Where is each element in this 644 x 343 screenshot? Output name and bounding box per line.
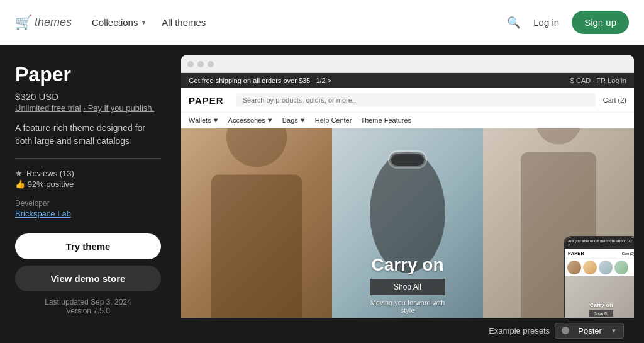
nav-logo-text: themes xyxy=(35,16,72,29)
update-info: Last updated Sep 3, 2024 Version 7.5.0 xyxy=(15,298,161,315)
hero-shop-all-button[interactable]: Shop All xyxy=(370,279,445,295)
reviews-count-line: ★ Reviews (13) xyxy=(15,169,161,178)
positive-percent: 👍 92% positive xyxy=(15,179,161,189)
menu-wallets[interactable]: Wallets ▼ xyxy=(189,116,219,124)
signup-button[interactable]: Sign up xyxy=(572,11,629,34)
view-demo-button[interactable]: View demo store xyxy=(15,266,161,291)
menu-accessories[interactable]: Accessories ▼ xyxy=(228,116,274,124)
login-button[interactable]: Log in xyxy=(533,17,559,28)
mobile-hero-button[interactable]: Shop All xyxy=(589,310,613,317)
browser-chrome xyxy=(181,55,634,73)
search-icon[interactable]: 🔍 xyxy=(507,16,521,30)
hero-image-col-1 xyxy=(181,128,332,318)
bags-chevron-icon: ▼ xyxy=(299,116,306,124)
presets-dropdown[interactable]: Poster ▼ xyxy=(555,323,624,339)
hero-img-1 xyxy=(181,128,332,318)
preset-color-dot xyxy=(562,327,569,334)
presets-label: Example presets xyxy=(489,326,550,335)
store-preview: Get free shipping on all orders over $35… xyxy=(181,73,634,318)
browser-dot-red xyxy=(187,61,194,67)
main-content: Paper $320 USD Unlimited free trial · Pa… xyxy=(0,45,644,343)
mobile-announcement: Are you able to tell me more about 1/2 > xyxy=(565,237,634,249)
store-announcement-bar: Get free shipping on all orders over $35… xyxy=(181,73,634,88)
store-search-input[interactable] xyxy=(236,93,596,107)
theme-description: A feature-rich theme designed for both l… xyxy=(15,121,161,159)
nav-collections[interactable]: Collections ▼ xyxy=(92,17,147,28)
mobile-cart: Cart (2) xyxy=(622,252,634,256)
free-trial-text: Unlimited free trial · Pay if you publis… xyxy=(15,103,161,113)
store-cart[interactable]: Cart (2) xyxy=(603,96,626,104)
menu-theme-features[interactable]: Theme Features xyxy=(360,116,411,124)
hero-subtitle: Moving you forward with style xyxy=(370,299,445,314)
store-hero: Carry on Shop All Moving you forward wit… xyxy=(181,128,634,318)
sidebar: Paper $320 USD Unlimited free trial · Pa… xyxy=(0,45,176,343)
announcement-right: $ CAD · FR Log in xyxy=(570,77,626,84)
mobile-cat-3 xyxy=(599,261,613,274)
menu-bags[interactable]: Bags ▼ xyxy=(282,116,306,124)
wallets-chevron-icon: ▼ xyxy=(213,116,219,124)
browser-dot-green xyxy=(208,61,214,67)
nav-all-themes[interactable]: All themes xyxy=(162,17,206,28)
version: Version 7.5.0 xyxy=(15,306,161,315)
menu-help-center[interactable]: Help Center xyxy=(315,116,352,124)
mobile-hero-title: Carry on xyxy=(589,302,613,308)
mobile-cat-2 xyxy=(583,261,597,274)
mobile-cat-1 xyxy=(567,261,581,274)
browser-dot-yellow xyxy=(197,61,204,67)
browser-frame: Get free shipping on all orders over $35… xyxy=(181,55,634,318)
preview-area: Get free shipping on all orders over $35… xyxy=(176,45,644,343)
mobile-hero: Carry on Shop All Moving you forward wit… xyxy=(565,276,634,318)
selected-preset: Poster xyxy=(578,326,602,335)
theme-price: $320 USD xyxy=(15,91,161,102)
shipping-link[interactable]: shipping xyxy=(216,77,242,84)
preset-chevron-icon: ▼ xyxy=(611,327,617,334)
preview-bottom-bar: Example presets Poster ▼ xyxy=(181,318,634,343)
hero-overlay: Carry on Shop All Moving you forward wit… xyxy=(370,255,445,314)
svg-rect-4 xyxy=(536,128,581,145)
accessories-chevron-icon: ▼ xyxy=(267,116,274,124)
mobile-categories xyxy=(565,259,634,276)
hero-person-svg-1 xyxy=(181,128,332,318)
mobile-cat-4 xyxy=(614,261,628,274)
reviews-section: ★ Reviews (13) 👍 92% positive xyxy=(15,169,161,196)
store-logo: PAPER xyxy=(189,95,224,106)
nav-actions: 🔍 Log in Sign up xyxy=(507,11,629,34)
developer-link[interactable]: Brickspace Lab xyxy=(15,209,161,218)
mobile-preview: Are you able to tell me more about 1/2 >… xyxy=(564,236,634,318)
top-nav: 🛒 themes Collections ▼ All themes 🔍 Log … xyxy=(0,0,644,45)
store-top-nav: PAPER Cart (2) xyxy=(181,88,634,113)
mobile-nav-row: PAPER Cart (2) xyxy=(565,249,634,259)
star-icon: ★ xyxy=(15,169,23,178)
collections-chevron-icon: ▼ xyxy=(140,19,147,26)
svg-rect-0 xyxy=(226,128,287,167)
mobile-inner: Are you able to tell me more about 1/2 >… xyxy=(565,237,634,318)
svg-rect-1 xyxy=(211,175,302,318)
shopify-bag-icon: 🛒 xyxy=(15,14,32,31)
nav-logo: 🛒 themes xyxy=(15,14,72,31)
mobile-logo: PAPER xyxy=(568,251,584,256)
theme-name: Paper xyxy=(15,63,161,86)
store-menu: Wallets ▼ Accessories ▼ Bags ▼ Help Cent… xyxy=(181,113,634,128)
last-updated: Last updated Sep 3, 2024 xyxy=(15,298,161,306)
thumbs-up-icon: 👍 xyxy=(15,179,25,189)
developer-label: Developer xyxy=(15,199,161,208)
svg-rect-3 xyxy=(389,152,426,167)
hero-title: Carry on xyxy=(370,255,445,275)
nav-links: Collections ▼ All themes xyxy=(92,17,507,28)
hero-image-col-2: Carry on Shop All Moving you forward wit… xyxy=(332,128,483,318)
try-theme-button[interactable]: Try theme xyxy=(15,233,161,259)
